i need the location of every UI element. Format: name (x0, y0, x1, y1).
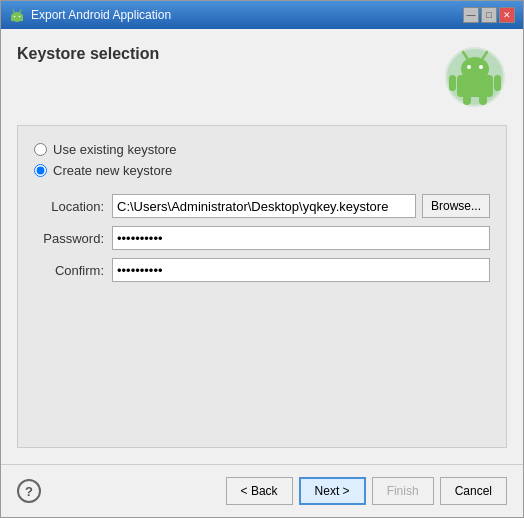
title-bar: Export Android Application — □ ✕ (1, 1, 523, 29)
password-input-wrapper (112, 226, 490, 250)
help-button[interactable]: ? (17, 479, 41, 503)
location-input-wrapper: Browse... (112, 194, 490, 218)
confirm-row: Confirm: (34, 258, 490, 282)
form-fields: Location: Browse... Password: Confirm: (34, 194, 490, 282)
form-area: Use existing keystore Create new keystor… (17, 125, 507, 448)
svg-rect-1 (11, 15, 23, 21)
window-title: Export Android Application (31, 8, 171, 22)
browse-button[interactable]: Browse... (422, 194, 490, 218)
title-controls: — □ ✕ (463, 7, 515, 23)
close-button[interactable]: ✕ (499, 7, 515, 23)
confirm-input-wrapper (112, 258, 490, 282)
title-icon (9, 7, 25, 23)
svg-point-3 (19, 16, 21, 18)
cancel-button[interactable]: Cancel (440, 477, 507, 505)
svg-rect-15 (494, 75, 501, 91)
svg-rect-16 (463, 95, 471, 105)
svg-rect-14 (449, 75, 456, 91)
use-existing-radio[interactable] (34, 143, 47, 156)
svg-line-4 (13, 10, 14, 12)
password-input[interactable] (112, 226, 490, 250)
svg-point-9 (461, 57, 489, 81)
svg-point-11 (479, 65, 483, 69)
back-button[interactable]: < Back (226, 477, 293, 505)
svg-point-2 (14, 16, 16, 18)
radio-create-new[interactable]: Create new keystore (34, 163, 490, 178)
password-row: Password: (34, 226, 490, 250)
finish-button[interactable]: Finish (372, 477, 434, 505)
content-area: Keystore selection (1, 29, 523, 464)
svg-point-10 (467, 65, 471, 69)
use-existing-label: Use existing keystore (53, 142, 177, 157)
footer: ? < Back Next > Finish Cancel (1, 464, 523, 517)
create-new-radio[interactable] (34, 164, 47, 177)
header-row: Keystore selection (17, 45, 507, 109)
password-label: Password: (34, 231, 104, 246)
create-new-label: Create new keystore (53, 163, 172, 178)
footer-right: < Back Next > Finish Cancel (226, 477, 507, 505)
confirm-label: Confirm: (34, 263, 104, 278)
radio-group: Use existing keystore Create new keystor… (34, 142, 490, 178)
android-icon (443, 45, 507, 109)
svg-rect-17 (479, 95, 487, 105)
title-bar-left: Export Android Application (9, 7, 171, 23)
location-row: Location: Browse... (34, 194, 490, 218)
footer-left: ? (17, 479, 41, 503)
page-title: Keystore selection (17, 45, 159, 63)
location-label: Location: (34, 199, 104, 214)
confirm-input[interactable] (112, 258, 490, 282)
location-input[interactable] (112, 194, 416, 218)
maximize-button[interactable]: □ (481, 7, 497, 23)
svg-line-5 (20, 10, 21, 12)
radio-use-existing[interactable]: Use existing keystore (34, 142, 490, 157)
main-window: Export Android Application — □ ✕ Keystor… (0, 0, 524, 518)
next-button[interactable]: Next > (299, 477, 366, 505)
minimize-button[interactable]: — (463, 7, 479, 23)
